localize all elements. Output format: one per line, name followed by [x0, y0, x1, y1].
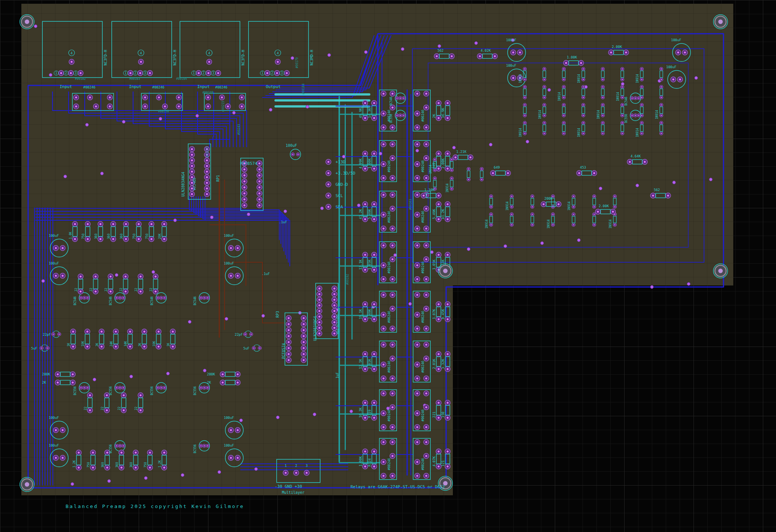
- power-pin-pad[interactable]: [283, 470, 288, 475]
- bus-pad[interactable]: [326, 159, 331, 164]
- mount-hole[interactable]: [20, 15, 34, 29]
- ic-pin-pad[interactable]: [317, 297, 322, 302]
- via[interactable]: [673, 181, 676, 184]
- via[interactable]: [409, 302, 412, 305]
- via[interactable]: [115, 273, 118, 276]
- via[interactable]: [218, 471, 221, 474]
- ic-pin-pad[interactable]: [257, 161, 262, 166]
- ic-pin-pad[interactable]: [204, 180, 210, 185]
- connector-shield-pad[interactable]: [69, 59, 74, 64]
- ic-pin-pad[interactable]: [286, 321, 291, 327]
- ic-pin-pad[interactable]: [189, 191, 195, 197]
- via[interactable]: [49, 73, 52, 76]
- ic-pin-pad[interactable]: [242, 167, 247, 172]
- connector-pin-pad[interactable]: [138, 70, 143, 76]
- via[interactable]: [34, 25, 37, 28]
- connector-pin-pad[interactable]: [128, 70, 133, 76]
- ic-pin-pad[interactable]: [242, 191, 247, 196]
- via[interactable]: [350, 410, 353, 413]
- mount-hole[interactable]: [438, 264, 452, 278]
- ic-pin-pad[interactable]: [301, 345, 306, 351]
- via[interactable]: [85, 123, 88, 126]
- via[interactable]: [342, 155, 345, 158]
- via[interactable]: [430, 251, 433, 254]
- via[interactable]: [548, 88, 551, 91]
- ic-pin-pad[interactable]: [301, 315, 306, 321]
- ic-pin-pad[interactable]: [301, 333, 306, 339]
- mount-hole[interactable]: [20, 477, 34, 492]
- via[interactable]: [291, 57, 294, 60]
- ic-pin-pad[interactable]: [257, 173, 262, 178]
- via[interactable]: [210, 216, 213, 219]
- via[interactable]: [364, 51, 367, 54]
- ic-pin-pad[interactable]: [301, 339, 306, 345]
- ic-pin-pad[interactable]: [286, 357, 291, 363]
- connector-pin-pad[interactable]: [206, 70, 211, 76]
- ic-pin-pad[interactable]: [257, 179, 262, 184]
- connector-pin-pad[interactable]: [147, 70, 153, 76]
- via[interactable]: [247, 213, 250, 216]
- via[interactable]: [64, 175, 67, 178]
- via[interactable]: [181, 474, 184, 477]
- ic-pin-pad[interactable]: [204, 169, 210, 174]
- via[interactable]: [636, 184, 639, 187]
- via[interactable]: [144, 477, 147, 480]
- connector-pin-pad[interactable]: [216, 70, 221, 76]
- via[interactable]: [695, 76, 698, 79]
- via[interactable]: [321, 207, 324, 210]
- ic-pin-pad[interactable]: [257, 191, 262, 196]
- ic-pin-pad[interactable]: [332, 297, 337, 302]
- via[interactable]: [621, 82, 624, 85]
- via[interactable]: [416, 149, 419, 152]
- ic-pin-pad[interactable]: [317, 314, 322, 319]
- ic-pin-pad[interactable]: [317, 320, 322, 325]
- ic-pin-pad[interactable]: [332, 286, 337, 291]
- ic-pin-pad[interactable]: [317, 291, 322, 297]
- ic-pin-pad[interactable]: [332, 291, 337, 297]
- via[interactable]: [475, 42, 478, 45]
- via[interactable]: [188, 320, 191, 323]
- connector-pin-pad[interactable]: [58, 70, 64, 76]
- via[interactable]: [438, 45, 441, 48]
- connector-pin-pad[interactable]: [68, 70, 73, 76]
- pcb-canvas[interactable]: NC3FD-HInput4123NC3FD-HInput4123NC3FD-HI…: [0, 0, 776, 532]
- connector-pin-pad[interactable]: [274, 70, 280, 76]
- via[interactable]: [232, 111, 235, 114]
- ic-pin-pad[interactable]: [242, 203, 247, 208]
- via[interactable]: [240, 419, 243, 422]
- ic-pin-pad[interactable]: [317, 286, 322, 291]
- connector-pin-pad[interactable]: [196, 70, 201, 76]
- via[interactable]: [401, 48, 404, 51]
- via[interactable]: [159, 117, 162, 120]
- via[interactable]: [357, 204, 360, 207]
- ic-pin-pad[interactable]: [242, 173, 247, 178]
- mount-hole[interactable]: [713, 264, 728, 278]
- via[interactable]: [504, 245, 507, 248]
- ic-pin-pad[interactable]: [204, 158, 210, 163]
- via[interactable]: [166, 372, 169, 375]
- via[interactable]: [255, 468, 258, 471]
- ic-pin-pad[interactable]: [204, 186, 210, 191]
- ic-pin-pad[interactable]: [286, 315, 291, 321]
- ic-pin-pad[interactable]: [317, 325, 322, 330]
- ic-pin-pad[interactable]: [286, 339, 291, 345]
- ic-pin-pad[interactable]: [301, 321, 306, 327]
- via[interactable]: [577, 239, 580, 242]
- ic-pin-pad[interactable]: [189, 169, 195, 174]
- connector-shield-pad[interactable]: [138, 59, 144, 64]
- ic-pin-pad[interactable]: [286, 345, 291, 351]
- via[interactable]: [71, 483, 74, 486]
- via[interactable]: [42, 279, 45, 282]
- power-pin-pad[interactable]: [304, 470, 309, 475]
- ic-pin-pad[interactable]: [332, 303, 337, 308]
- via[interactable]: [650, 285, 653, 288]
- via[interactable]: [306, 105, 309, 108]
- ic-pin-pad[interactable]: [332, 308, 337, 314]
- connector-pin-pad[interactable]: [78, 70, 83, 76]
- ic-pin-pad[interactable]: [204, 191, 210, 197]
- via[interactable]: [284, 210, 287, 213]
- via[interactable]: [174, 219, 177, 222]
- connector-pin-pad[interactable]: [265, 70, 270, 76]
- ic-pin-pad[interactable]: [301, 357, 306, 363]
- power-pin-pad[interactable]: [294, 470, 299, 475]
